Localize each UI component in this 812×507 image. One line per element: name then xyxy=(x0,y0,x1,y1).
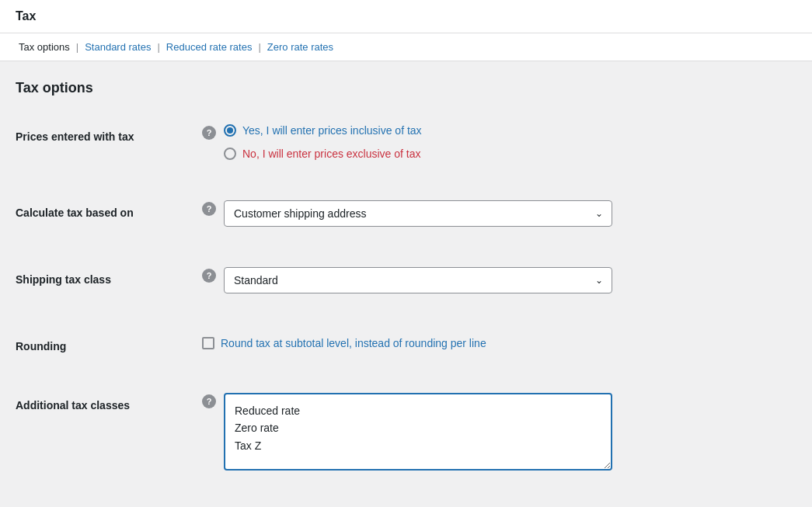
field-cell-shipping-tax: ? Standard Reduced rate Zero rate ⌄ xyxy=(202,258,796,306)
tab-separator-1: | xyxy=(76,41,78,53)
field-row-calculate-tax: Calculate tax based on ? Customer shippi… xyxy=(16,191,796,239)
field-row-prices-entered: Prices entered with tax ? Yes, I will en… xyxy=(16,115,796,172)
spacer-row-3 xyxy=(16,306,796,325)
field-row-with-help: ? Yes, I will enter prices inclusive of … xyxy=(202,124,796,160)
tab-reduced-rate-rates[interactable]: Reduced rate rates xyxy=(163,33,256,61)
field-row-additional-help: ? Reduced rate Zero rate Tax Z xyxy=(202,393,796,471)
shipping-tax-select[interactable]: Standard Reduced rate Zero rate xyxy=(224,267,612,293)
field-label-prices-entered: Prices entered with tax xyxy=(16,115,202,172)
field-label-calculate-tax: Calculate tax based on xyxy=(16,191,202,239)
help-icon-additional[interactable]: ? xyxy=(202,394,216,408)
radio-yes-text: Yes, I will enter prices inclusive of ta… xyxy=(242,124,422,137)
tab-separator-2: | xyxy=(157,41,159,53)
field-row-calculate-help: ? Customer shipping address Customer bil… xyxy=(202,200,796,227)
tab-separator-3: | xyxy=(258,41,260,53)
section-title: Tax options xyxy=(16,80,796,96)
radio-no-text: No, I will enter prices exclusive of tax xyxy=(242,148,421,160)
page-title: Tax xyxy=(16,9,796,23)
field-label-additional-tax: Additional tax classes xyxy=(16,384,202,483)
spacer-row-2 xyxy=(16,239,796,258)
field-cell-additional-tax: ? Reduced rate Zero rate Tax Z xyxy=(202,384,796,483)
calculate-tax-select[interactable]: Customer shipping address Customer billi… xyxy=(224,200,612,227)
tab-tax-options[interactable]: Tax options xyxy=(16,33,73,61)
field-row-additional-tax: Additional tax classes ? Reduced rate Ze… xyxy=(16,384,796,483)
rounding-checkbox[interactable] xyxy=(202,337,214,349)
content-area: Tax options Prices entered with tax ? Ye… xyxy=(0,61,812,507)
calculate-tax-select-wrapper: Customer shipping address Customer billi… xyxy=(224,200,612,227)
radio-no-input[interactable] xyxy=(224,148,236,160)
tab-zero-rate-rates[interactable]: Zero rate rates xyxy=(264,33,336,61)
field-label-shipping-tax: Shipping tax class xyxy=(16,258,202,306)
page-header: Tax xyxy=(0,0,812,33)
field-row-rounding-content: Round tax at subtotal level, instead of … xyxy=(202,334,796,349)
radio-no-label[interactable]: No, I will enter prices exclusive of tax xyxy=(224,148,422,160)
shipping-tax-select-wrapper: Standard Reduced rate Zero rate ⌄ xyxy=(224,267,612,293)
field-row-rounding: Rounding Round tax at subtotal level, in… xyxy=(16,325,796,365)
tab-standard-rates[interactable]: Standard rates xyxy=(82,33,154,61)
help-icon-shipping[interactable]: ? xyxy=(202,269,216,283)
field-label-rounding: Rounding xyxy=(16,325,202,365)
radio-yes-input[interactable] xyxy=(224,124,236,137)
help-icon-calculate[interactable]: ? xyxy=(202,202,216,216)
field-cell-rounding: Round tax at subtotal level, instead of … xyxy=(202,325,796,365)
field-row-shipping-help: ? Standard Reduced rate Zero rate ⌄ xyxy=(202,267,796,293)
form-table: Prices entered with tax ? Yes, I will en… xyxy=(16,115,796,483)
rounding-checkbox-text: Round tax at subtotal level, instead of … xyxy=(221,337,486,349)
field-cell-calculate-tax: ? Customer shipping address Customer bil… xyxy=(202,191,796,239)
spacer-row-4 xyxy=(16,365,796,384)
radio-group-prices: Yes, I will enter prices inclusive of ta… xyxy=(224,124,422,160)
additional-tax-classes-textarea[interactable]: Reduced rate Zero rate Tax Z xyxy=(224,393,612,471)
field-row-shipping-tax: Shipping tax class ? Standard Reduced ra… xyxy=(16,258,796,306)
radio-yes-label[interactable]: Yes, I will enter prices inclusive of ta… xyxy=(224,124,422,137)
tab-navigation: Tax options | Standard rates | Reduced r… xyxy=(0,33,812,61)
field-cell-prices-entered: ? Yes, I will enter prices inclusive of … xyxy=(202,115,796,172)
help-icon-prices[interactable]: ? xyxy=(202,126,216,140)
rounding-checkbox-label[interactable]: Round tax at subtotal level, instead of … xyxy=(202,337,486,349)
spacer-row-1 xyxy=(16,172,796,191)
